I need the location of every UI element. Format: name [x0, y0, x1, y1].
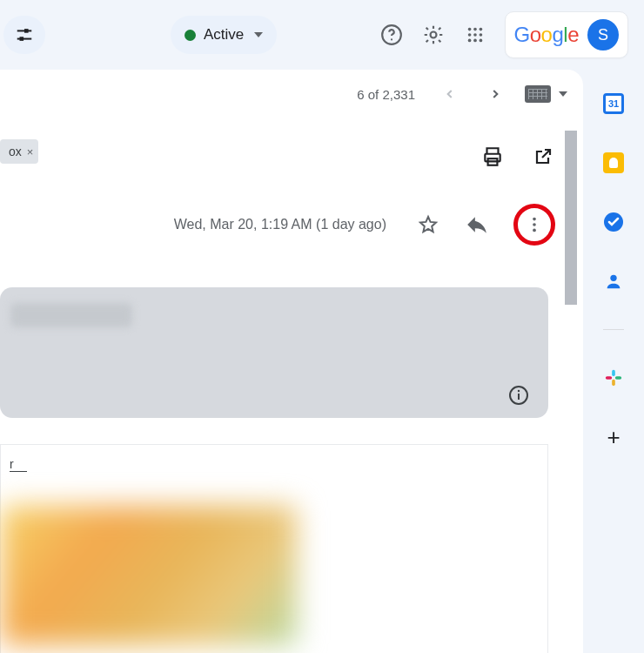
- status-dot-icon: [184, 30, 196, 41]
- svg-rect-28: [612, 380, 615, 386]
- svg-point-14: [473, 39, 477, 43]
- svg-rect-27: [615, 376, 621, 380]
- svg-point-12: [479, 33, 482, 37]
- avatar-initial: S: [598, 26, 608, 44]
- svg-rect-26: [612, 370, 615, 376]
- svg-point-8: [473, 28, 477, 31]
- annotation-highlight-circle: [513, 204, 555, 246]
- contacts-app-button[interactable]: [602, 270, 625, 293]
- next-message-button[interactable]: [480, 78, 511, 110]
- svg-point-19: [533, 223, 536, 226]
- scrollbar[interactable]: [565, 131, 577, 305]
- chevron-right-icon: [489, 88, 501, 100]
- close-icon[interactable]: ×: [27, 145, 34, 158]
- svg-point-25: [610, 275, 616, 281]
- chevron-down-icon: [559, 91, 567, 97]
- input-method-selector[interactable]: [525, 85, 567, 103]
- info-button[interactable]: [506, 383, 531, 407]
- reply-button[interactable]: [465, 212, 489, 237]
- svg-point-18: [533, 218, 536, 221]
- more-actions-button[interactable]: [522, 212, 547, 237]
- status-selector[interactable]: Active: [171, 16, 277, 54]
- redacted-text: [10, 303, 132, 327]
- svg-point-5: [390, 38, 392, 40]
- apps-grid-icon: [466, 25, 485, 44]
- chevron-left-icon: [444, 88, 456, 100]
- svg-rect-29: [606, 376, 612, 380]
- svg-point-15: [479, 39, 482, 43]
- status-label: Active: [204, 26, 244, 44]
- svg-point-13: [467, 39, 471, 43]
- prev-message-button[interactable]: [434, 78, 466, 110]
- open-in-new-icon: [533, 146, 553, 167]
- info-icon: [508, 385, 529, 406]
- message-summary-block: [0, 287, 548, 418]
- keyboard-icon: [525, 85, 551, 103]
- account-chip[interactable]: Google S: [505, 11, 628, 58]
- svg-rect-2: [24, 29, 29, 33]
- filter-button[interactable]: [3, 16, 45, 54]
- svg-point-6: [430, 32, 436, 38]
- pagination-text: 6 of 2,331: [357, 87, 415, 102]
- body-link[interactable]: r: [10, 457, 27, 472]
- print-button[interactable]: [480, 145, 505, 169]
- tasks-app-button[interactable]: [602, 211, 625, 233]
- contacts-icon: [604, 272, 623, 291]
- divider: [603, 329, 624, 330]
- message-body: r: [0, 444, 548, 653]
- star-icon: [418, 214, 439, 235]
- message-pane: 6 of 2,331 ox × Wed, Mar 20, 1:19 AM (1 …: [0, 70, 583, 653]
- plus-icon: +: [607, 424, 620, 451]
- gear-icon: [422, 24, 445, 46]
- more-vert-icon: [525, 215, 544, 234]
- slack-icon: [604, 368, 623, 387]
- google-logo: Google: [514, 23, 579, 47]
- settings-button[interactable]: [421, 23, 446, 47]
- avatar[interactable]: S: [587, 19, 619, 50]
- help-icon: [380, 24, 403, 46]
- print-icon: [481, 145, 504, 168]
- keep-app-button[interactable]: [602, 151, 625, 174]
- svg-point-23: [518, 390, 520, 392]
- message-timestamp: Wed, Mar 20, 1:19 AM (1 day ago): [174, 217, 386, 232]
- star-button[interactable]: [416, 212, 440, 237]
- keep-icon: [603, 152, 624, 173]
- inbox-label-chip[interactable]: ox ×: [0, 139, 38, 164]
- reply-icon: [466, 213, 488, 236]
- redacted-image: [1, 506, 297, 645]
- calendar-app-button[interactable]: 31: [602, 92, 625, 115]
- svg-point-11: [473, 33, 477, 37]
- svg-rect-3: [20, 37, 24, 41]
- slack-app-button[interactable]: [602, 367, 625, 389]
- calendar-icon: 31: [603, 93, 624, 114]
- label-text: ox: [9, 145, 22, 158]
- svg-point-10: [467, 33, 471, 37]
- svg-point-9: [479, 28, 482, 31]
- tasks-icon: [603, 212, 624, 232]
- open-new-window-button[interactable]: [531, 145, 555, 169]
- add-app-button[interactable]: +: [602, 426, 625, 448]
- svg-point-20: [533, 229, 536, 232]
- svg-point-7: [467, 28, 471, 31]
- support-button[interactable]: [379, 23, 404, 47]
- tune-icon: [15, 25, 34, 44]
- apps-button[interactable]: [463, 23, 487, 47]
- chevron-down-icon: [254, 32, 263, 37]
- side-panel: 31 +: [583, 70, 644, 653]
